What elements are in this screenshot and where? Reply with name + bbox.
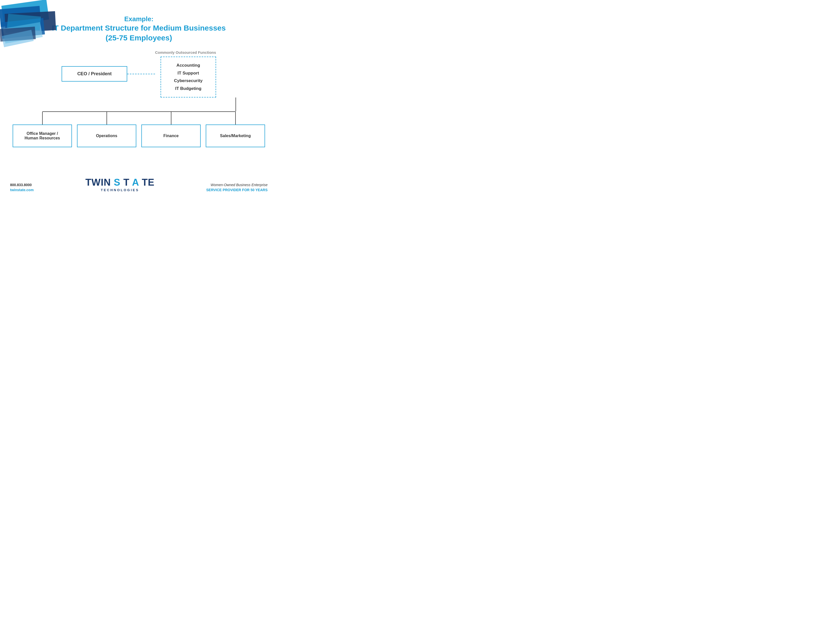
outsourced-item-cybersecurity: Cybersecurity <box>169 77 208 85</box>
h-line <box>42 111 235 112</box>
contact-website: twinstate.com <box>10 188 34 192</box>
finance-box: Finance <box>142 124 201 147</box>
logo-highlight: S <box>114 177 121 188</box>
children-row: Office Manager /Human Resources Operatio… <box>5 112 273 147</box>
child-col-3: Finance <box>139 112 203 147</box>
outsourced-box: Accounting IT Support Cybersecurity IT B… <box>161 56 216 98</box>
child-3-vline <box>171 112 171 124</box>
child-col-1: Office Manager /Human Resources <box>10 112 74 147</box>
tagline-line1: Women-Owned Business Enterprise <box>206 183 268 187</box>
child-col-4: Sales/Marketing <box>203 112 268 147</box>
title-example: Example: <box>0 15 278 23</box>
contact-info: 800.833.8000 twinstate.com <box>10 183 34 192</box>
child-1-vline <box>42 112 43 124</box>
operations-box: Operations <box>77 124 136 147</box>
ceo-down-line <box>235 98 236 111</box>
tagline-line2: SERVICE PROVIDER FOR 50 YEARS <box>206 188 268 192</box>
outsourced-section: Commonly Outsourced Functions Accounting… <box>155 50 216 98</box>
office-manager-box: Office Manager /Human Resources <box>13 124 72 147</box>
logo-text: TWIN S T A TE <box>85 177 154 187</box>
bottom-section: 800.833.8000 twinstate.com TWIN S T A TE… <box>0 167 278 197</box>
org-chart: CEO / President Commonly Outsourced Func… <box>0 50 278 147</box>
logo-technologies: TECHNOLOGIES <box>85 188 154 192</box>
dashed-line <box>127 74 155 74</box>
contact-phone: 800.833.8000 <box>10 183 34 187</box>
sales-marketing-box: Sales/Marketing <box>206 124 265 147</box>
tagline: Women-Owned Business Enterprise SERVICE … <box>206 183 268 192</box>
outsourced-item-it-budgeting: IT Budgeting <box>169 85 208 93</box>
logo-a-highlight: A <box>132 177 139 188</box>
child-4-vline <box>235 112 236 124</box>
title-main: IT Department Structure for Medium Busin… <box>0 23 278 43</box>
outsourced-item-it-support: IT Support <box>169 69 208 77</box>
child-col-2: Operations <box>74 112 139 147</box>
h-line-wrapper <box>10 111 268 112</box>
outsourced-label: Commonly Outsourced Functions <box>155 50 216 55</box>
outsourced-item-accounting: Accounting <box>169 62 208 69</box>
title-section: Example: IT Department Structure for Med… <box>0 0 278 43</box>
ceo-box: CEO / President <box>61 66 127 82</box>
child-2-vline <box>106 112 107 124</box>
logo-section: TWIN S T A TE TECHNOLOGIES <box>85 177 154 192</box>
